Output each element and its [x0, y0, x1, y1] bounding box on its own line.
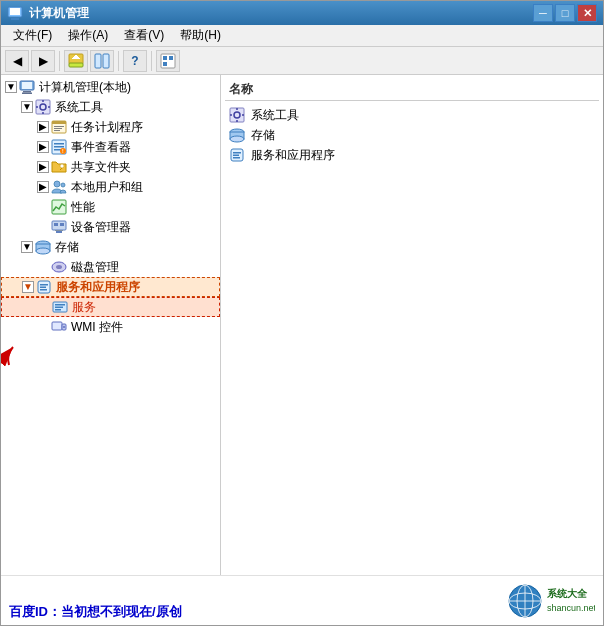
storage-label: 存储 — [55, 239, 79, 256]
svg-rect-41 — [55, 230, 63, 231]
disk-mgmt-icon — [51, 259, 67, 275]
root-label: 计算机管理(本地) — [39, 79, 131, 96]
title-bar-icon — [7, 5, 23, 21]
tree-task-scheduler[interactable]: ▶ 任务计划程序 — [1, 117, 220, 137]
window: 计算机管理 ─ □ ✕ 文件(F) 操作(A) 查看(V) 帮助(H) ◀ ▶ — [0, 0, 604, 626]
tree-services[interactable]: 服务 — [1, 297, 220, 317]
right-services-apps-icon — [229, 147, 245, 163]
device-manager-icon — [51, 219, 67, 235]
services-apps-icon — [36, 279, 52, 295]
svg-rect-53 — [55, 307, 63, 309]
tree-system-tools[interactable]: ▼ 系统工具 — [1, 97, 220, 117]
close-button[interactable]: ✕ — [577, 4, 597, 22]
tree-storage[interactable]: ▼ 存储 — [1, 237, 220, 257]
svg-rect-12 — [22, 82, 32, 89]
tree-event-viewer[interactable]: ▶ ! 事件查看器 — [1, 137, 220, 157]
svg-rect-50 — [40, 289, 47, 291]
expand-system-tools[interactable]: ▼ — [21, 101, 33, 113]
device-manager-label: 设备管理器 — [71, 219, 131, 236]
performance-icon — [51, 199, 67, 215]
svg-rect-4 — [69, 63, 83, 67]
svg-rect-22 — [52, 121, 66, 124]
right-item-storage-label: 存储 — [251, 127, 275, 144]
title-bar-buttons: ─ □ ✕ — [533, 4, 597, 22]
svg-rect-13 — [23, 91, 31, 93]
svg-rect-8 — [163, 56, 167, 60]
maximize-button[interactable]: □ — [555, 4, 575, 22]
svg-point-67 — [230, 136, 244, 142]
tree-performance[interactable]: 性能 — [1, 197, 220, 217]
expand-root[interactable]: ▼ — [5, 81, 17, 93]
tree-root[interactable]: ▼ 计算机管理(本地) — [1, 77, 220, 97]
services-apps-label: 服务和应用程序 — [56, 279, 140, 296]
perf-placeholder — [37, 201, 49, 213]
svg-point-32 — [60, 164, 64, 168]
svg-rect-39 — [60, 223, 64, 226]
svg-rect-5 — [95, 54, 101, 68]
menu-help[interactable]: 帮助(H) — [172, 25, 229, 46]
properties-button[interactable] — [156, 50, 180, 72]
wmi-icon — [51, 319, 67, 335]
svg-rect-40 — [56, 231, 62, 233]
svg-text:shancun.net: shancun.net — [547, 603, 595, 613]
svg-rect-1 — [11, 18, 19, 20]
expand-task-scheduler[interactable]: ▶ — [37, 121, 49, 133]
task-scheduler-label: 任务计划程序 — [71, 119, 143, 136]
minimize-button[interactable]: ─ — [533, 4, 553, 22]
menu-bar: 文件(F) 操作(A) 查看(V) 帮助(H) — [1, 25, 603, 47]
expand-event-viewer[interactable]: ▶ — [37, 141, 49, 153]
shared-folders-label: 共享文件夹 — [71, 159, 131, 176]
tree-shared-folders[interactable]: ▶ 共享文件夹 — [1, 157, 220, 177]
svg-rect-59 — [230, 108, 244, 122]
menu-action[interactable]: 操作(A) — [60, 25, 116, 46]
toolbar: ◀ ▶ ? — [1, 47, 603, 75]
local-users-icon — [51, 179, 67, 195]
tree-device-manager[interactable]: 设备管理器 — [1, 217, 220, 237]
right-item-storage[interactable]: 存储 — [225, 125, 599, 145]
toolbar-separator-2 — [118, 51, 119, 71]
show-hide-button[interactable] — [90, 50, 114, 72]
svg-point-34 — [54, 181, 60, 187]
window-title: 计算机管理 — [29, 5, 533, 22]
disk-mgmt-label: 磁盘管理 — [71, 259, 119, 276]
svg-rect-38 — [54, 223, 58, 226]
expand-storage[interactable]: ▼ — [21, 241, 33, 253]
svg-rect-6 — [103, 54, 109, 68]
tree-local-users[interactable]: ▶ 本地用户和组 — [1, 177, 220, 197]
tree-services-apps[interactable]: ▼ 服务和应用程序 — [1, 277, 220, 297]
system-tools-label: 系统工具 — [55, 99, 103, 116]
back-button[interactable]: ◀ — [5, 50, 29, 72]
help-button[interactable]: ? — [123, 50, 147, 72]
toolbar-separator-3 — [151, 51, 152, 71]
right-storage-icon — [229, 127, 245, 143]
right-item-system-tools[interactable]: 系统工具 — [225, 105, 599, 125]
tree-disk-mgmt[interactable]: 磁盘管理 — [1, 257, 220, 277]
performance-label: 性能 — [71, 199, 95, 216]
right-item-services-apps[interactable]: 服务和应用程序 — [225, 145, 599, 165]
forward-button[interactable]: ▶ — [31, 50, 55, 72]
right-system-tools-icon — [229, 107, 245, 123]
svg-point-35 — [61, 183, 65, 187]
menu-file[interactable]: 文件(F) — [5, 25, 60, 46]
watermark: 系统大全 shancun.net — [505, 581, 595, 621]
svg-point-44 — [36, 248, 50, 254]
svg-rect-36 — [52, 200, 66, 214]
svg-rect-9 — [169, 56, 173, 60]
bottom-bar: 百度ID：当初想不到现在/原创 系统大全 shancun.net — [1, 575, 603, 625]
event-viewer-label: 事件查看器 — [71, 139, 131, 156]
svg-text:系统大全: 系统大全 — [547, 588, 588, 599]
disk-placeholder — [37, 261, 49, 273]
expand-services-apps[interactable]: ▼ — [22, 281, 34, 293]
tree-wmi[interactable]: WMI 控件 — [1, 317, 220, 337]
event-viewer-icon: ! — [51, 139, 67, 155]
svg-rect-2 — [10, 8, 20, 15]
title-bar: 计算机管理 ─ □ ✕ — [1, 1, 603, 25]
up-button[interactable] — [64, 50, 88, 72]
menu-view[interactable]: 查看(V) — [116, 25, 172, 46]
expand-local-users[interactable]: ▶ — [37, 181, 49, 193]
system-tools-icon — [35, 99, 51, 115]
tree-panel: ▼ 计算机管理(本地) ▼ — [1, 75, 221, 575]
expand-shared-folders[interactable]: ▶ — [37, 161, 49, 173]
svg-rect-55 — [52, 322, 62, 330]
svg-rect-23 — [54, 126, 64, 127]
